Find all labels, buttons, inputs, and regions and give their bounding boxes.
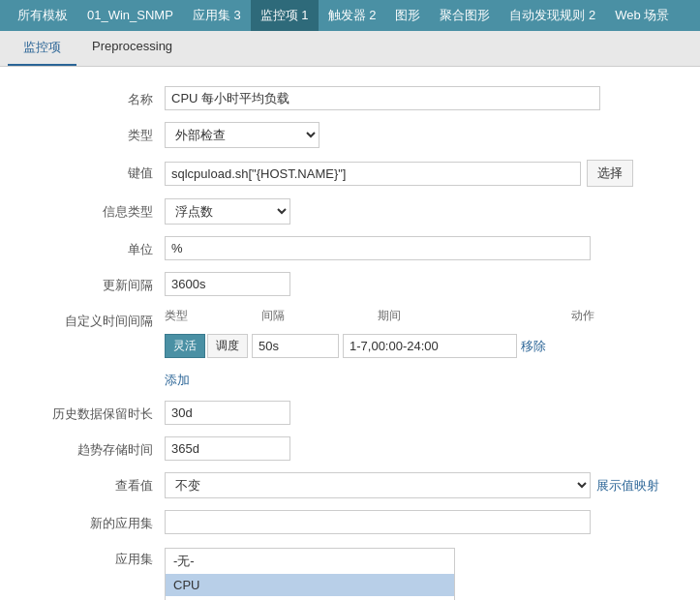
top-nav-item-aggregate-graph[interactable]: 聚合图形 [430,0,500,31]
new-app-label: 新的应用集 [29,510,165,532]
interval-control [165,272,671,296]
name-label: 名称 [29,86,165,108]
top-nav-item-monitoring[interactable]: 监控项 1 [251,0,319,31]
add-link[interactable]: 添加 [165,372,190,389]
form-content: 名称 类型 外部检查 键值 选择 信息类型 浮点数 单位 [0,67,700,600]
trend-row: 趋势存储时间 [29,436,671,461]
lookup-row: 查看值 不变 展示值映射 [29,472,671,498]
key-input[interactable] [165,162,581,186]
history-label: 历史数据保留时长 [29,401,165,423]
top-nav-item-autodiscovery[interactable]: 自动发现规则 2 [500,0,605,31]
custom-time-row-outer: 自定义时间间隔 类型 间隔 期间 动作 灵活 调度 移除 添加 [29,308,671,389]
cth-action: 动作 [571,308,594,324]
lookup-label: 查看值 [29,472,165,495]
custom-time-label: 自定义时间间隔 [29,308,165,330]
top-nav-item-trigger[interactable]: 触发器 2 [319,0,386,31]
remove-link[interactable]: 移除 [521,338,546,355]
unit-control [165,236,671,260]
type-label: 类型 [29,122,165,144]
interval-row: 更新间隔 [29,272,671,296]
type-control: 外部检查 [165,122,671,148]
value-map-link[interactable]: 展示值映射 [596,477,659,495]
top-nav-item-graph[interactable]: 图形 [385,0,430,31]
app-dropdown: -无- CPU Disk partitions Report [165,548,455,600]
top-nav-item-app-collection[interactable]: 应用集 3 [183,0,251,31]
type-select[interactable]: 外部检查 [165,122,320,148]
info-type-control: 浮点数 [165,198,671,225]
top-nav-item-web-scene[interactable]: Web 场景 [605,0,679,31]
custom-time-header: 类型 间隔 期间 动作 [165,308,594,324]
cth-type: 类型 [165,308,261,324]
cth-period: 期间 [378,308,571,324]
info-type-row: 信息类型 浮点数 [29,198,671,225]
tab-bar: 监控项 Preprocessing [0,31,700,67]
name-control [165,86,671,110]
name-input[interactable] [165,86,600,110]
unit-label: 单位 [29,236,165,258]
app-control: -无- CPU Disk partitions Report [165,546,671,600]
flexible-button[interactable]: 灵活 [165,334,205,358]
unit-input[interactable] [165,236,591,260]
new-app-control [165,510,671,534]
history-row: 历史数据保留时长 [29,401,671,425]
trend-control [165,436,671,461]
app-row: 应用集 -无- CPU Disk partitions Report [29,546,671,600]
trend-input[interactable] [165,436,290,461]
new-app-row: 新的应用集 [29,510,671,534]
interval-input[interactable] [165,272,290,296]
info-type-select[interactable]: 浮点数 [165,198,290,225]
unit-row: 单位 [29,236,671,260]
schedule-button[interactable]: 调度 [207,334,248,358]
app-option-disk[interactable]: Disk partitions [166,596,454,600]
trend-label: 趋势存储时间 [29,436,165,459]
history-control [165,401,671,425]
interval-label: 更新间隔 [29,272,165,294]
lookup-control: 不变 展示值映射 [165,472,671,498]
app-option-cpu[interactable]: CPU [166,574,454,596]
lookup-select[interactable]: 不变 [165,472,591,498]
custom-time-control: 类型 间隔 期间 动作 灵活 调度 移除 添加 [165,308,671,389]
info-type-label: 信息类型 [29,198,165,221]
type-row: 类型 外部检查 [29,122,671,148]
key-select-button[interactable]: 选择 [587,160,633,187]
cth-interval: 间隔 [261,308,378,324]
app-label: 应用集 [29,546,165,568]
custom-interval-input[interactable] [252,334,339,358]
custom-time-entry: 灵活 调度 移除 [165,334,546,358]
type-buttons: 灵活 调度 [165,334,248,358]
name-row: 名称 [29,86,671,110]
top-nav-item-win-snmp[interactable]: 01_Win_SNMP [77,0,183,31]
top-nav: 所有模板 01_Win_SNMP 应用集 3 监控项 1 触发器 2 图形 聚合… [0,0,700,31]
tab-preprocessing[interactable]: Preprocessing [76,31,188,66]
app-option-none[interactable]: -无- [166,549,454,574]
history-input[interactable] [165,401,290,425]
tab-monitoring[interactable]: 监控项 [8,31,76,66]
key-control: 选择 [165,160,671,187]
key-row: 键值 选择 [29,160,671,187]
top-nav-item-all-templates[interactable]: 所有模板 [8,0,77,31]
new-app-input[interactable] [165,510,591,534]
key-label: 键值 [29,160,165,182]
custom-period-input[interactable] [343,334,517,358]
